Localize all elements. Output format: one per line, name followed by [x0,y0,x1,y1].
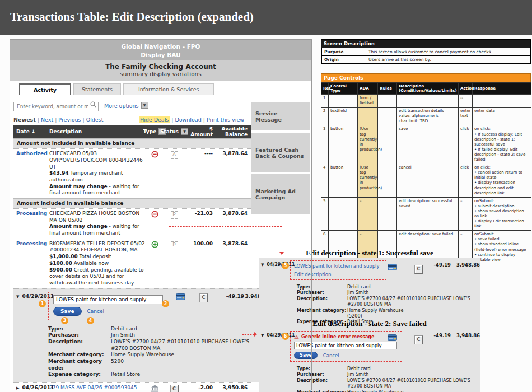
pc-cell [397,95,459,108]
marketing-ad-box: Marketing Ad Campaign [251,174,310,214]
page-controls-title: Page Controls [321,73,531,82]
pc-cell [358,108,378,125]
more-options-dropdown-icon[interactable]: ▼ [141,102,148,109]
transaction-desc: CHECKCARD PIZZA HOUSE BOSTON MA ON 05/02 [49,211,139,223]
bank-icon [151,388,159,392]
save-button[interactable]: Save [294,352,318,359]
amount-highlight: $900.00 [49,267,72,273]
connector-line [169,226,282,227]
credit-card-icon [176,293,185,301]
pc-cell: – [358,197,378,231]
pager-next[interactable]: Next [41,116,53,123]
collapse-icon[interactable]: ▼ [261,333,264,338]
collapse-icon[interactable]: ▼ [16,295,19,299]
pc-cell [473,95,531,108]
pc-header: Action [459,83,473,95]
plus-circle-icon [151,244,158,249]
connector-line [242,226,242,334]
pager-oldest[interactable]: Oldest [86,116,104,123]
tab-bar: Activity Statements Information & Servic… [10,81,311,95]
detail-row: Type:Debit card [297,284,480,290]
pc-cell: textfield [329,108,358,125]
status-processing-icon: P [170,241,179,249]
pc-cell [378,108,397,125]
saved-description-link[interactable]: LOWES paint for kitchen and supply [294,263,379,269]
row-balance: 3,878.64 [216,211,251,216]
more-options-link[interactable]: More options [104,102,139,109]
pc-cell: button [329,164,358,198]
pager-previous[interactable]: Previous [58,116,81,123]
page-title: Transactions Table: Edit Description (ex… [0,0,532,24]
pc-cell [378,164,397,198]
table-row: ▶ 04/26/2011 279 MASS AVE 04/26 #0005930… [13,382,251,392]
transactions-table: Date ↓ Description Type▼ Status▼ $ Amoun… [13,125,251,392]
detail-row: Merchant category:Home Supply Warehouse [48,352,259,358]
hide-deals-link[interactable]: Hide Deals [139,116,170,123]
pc-cell: click [459,164,473,198]
tab-statements[interactable]: Statements [73,83,121,95]
cancel-link[interactable]: Cancel [323,353,339,358]
detail-row: Merchant category:Home Supply Warehouse … [297,308,480,320]
edit-description-input[interactable] [53,295,163,304]
row-status-link[interactable]: Processing [16,241,47,246]
print-view-link[interactable]: Print this view [207,116,244,123]
global-nav-line2: Display BAU [10,51,311,59]
status-authorized-icon: A [170,151,179,159]
table-row: Authorized CHECKCARD 05/03 OVR*OVERSTOCK… [13,148,251,198]
row-amount: 100.00 [186,241,216,246]
state2-title: Edit description - state 2: Save failed [259,319,480,328]
detail-row: Type:Debit card [297,366,480,372]
col-date[interactable]: Date [16,129,30,134]
transaction-details: Type:Debit cardPurchaser:Jim SmithDescri… [297,366,480,392]
detail-row: Type:Debit card [48,326,259,333]
pc-cell [329,95,358,108]
search-input[interactable] [13,102,99,111]
callout-5: 5 [282,262,289,269]
section-included: Amount included in available balance [13,198,251,208]
edit-description-box: Save Cancel 1 2 3 4 [48,292,172,320]
tab-activity[interactable]: Activity [19,83,71,95]
transaction-desc: CHECKCARD 05/03 OVR*OVERSTOCK.COM 800-84… [49,151,143,169]
detail-row: Expense category:Retail Store [48,371,259,378]
pc-cell: 2 [321,108,329,125]
panel-border-artifact [311,246,312,390]
pc-cell: (Use tag currently in production) [358,125,378,164]
row-date[interactable]: ▶ 04/26/2011 [13,385,48,390]
pc-cell: -- [459,95,473,108]
sd-label: Origin [322,56,366,64]
inline-error-message: Generic inline error message [301,334,375,339]
row-status-link[interactable]: Processing [16,211,47,216]
transaction-link[interactable]: 279 MASS AVE 04/26 #000593045 WITHDRWL 2… [49,385,146,392]
state1-title: Edit description - state 1: Successful s… [259,249,480,258]
detail-row: Description:LOWE'S #2700 04/27 #01010101… [297,378,480,390]
pager-newest[interactable]: Newest [13,116,36,123]
page-title-bar: Transactions Table: Edit Description (ex… [0,0,532,35]
sort-desc-icon[interactable]: ↓ [31,129,36,134]
row-amount: -49.19 [424,333,451,338]
save-button[interactable]: Save [53,307,82,316]
detail-row: Merchant category:Home Supply Warehouse … [297,390,480,392]
service-message-box: Service Message [251,102,310,130]
detail-row: Purchaser:Jim Smith [297,290,480,296]
table-header: Date ↓ Description Type▼ Status▼ $ Amoun… [13,125,251,139]
pc-cell: (Use tag currently in production) [358,164,378,198]
page: Transactions Table: Edit Description (ex… [0,0,532,392]
account-header: The Family Checking Account summary disp… [10,60,311,81]
tab-information-services[interactable]: Information & Services [123,83,214,95]
collapse-icon[interactable]: ▼ [261,263,264,267]
global-nav: Global Navigation - FPO Display BAU [10,40,311,60]
edit-description-input[interactable] [294,342,397,349]
cancel-link[interactable]: Cancel [87,309,105,314]
col-description: Description [48,129,147,134]
download-link[interactable]: Download [175,116,201,123]
pc-header: Ref [321,83,329,95]
minus-circle-icon [151,213,158,219]
col-amount: $ Amount [186,126,216,137]
row-amount: ---- [186,151,216,156]
amount-highlight: $43.94 [49,170,69,176]
row-balance: 3,878.64 [216,241,251,246]
edit-description-link[interactable]: Edit description [294,272,382,277]
row-status-link[interactable]: Authorized [16,151,48,156]
pc-cell: save [397,125,459,164]
table-row: Processing CHECKCARD PIZZA HOUSE BOSTON … [13,208,251,239]
